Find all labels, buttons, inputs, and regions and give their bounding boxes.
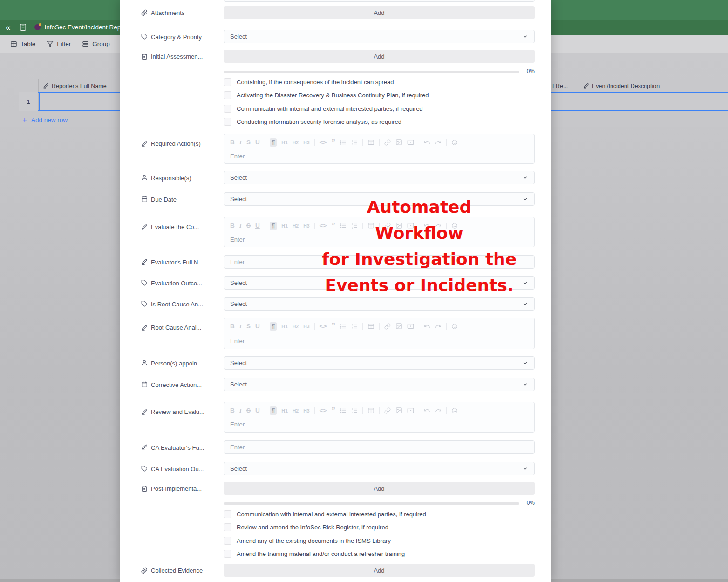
heading2-button[interactable]: H2 — [293, 223, 299, 229]
bullet-list-button[interactable] — [340, 139, 347, 146]
italic-button[interactable]: I — [239, 407, 242, 414]
image-button[interactable] — [395, 407, 402, 414]
heading1-button[interactable]: H1 — [281, 223, 287, 229]
evaluator-name-input[interactable] — [224, 255, 535, 269]
bullet-list-button[interactable] — [340, 223, 347, 229]
code-button[interactable]: <> — [320, 139, 327, 146]
emoji-button[interactable] — [451, 139, 458, 146]
heading2-button[interactable]: H2 — [293, 140, 299, 145]
column-header-reporter[interactable]: Reporter's Full Name — [43, 79, 107, 93]
bold-button[interactable]: B — [230, 407, 235, 414]
video-button[interactable] — [407, 139, 414, 146]
checkbox[interactable] — [224, 537, 231, 545]
evaluate-editor[interactable]: B I S U ¶ H1 H2 H3 <> ” Enter — [224, 217, 535, 247]
checkbox[interactable] — [224, 510, 231, 518]
image-button[interactable] — [395, 323, 402, 330]
emoji-button[interactable] — [451, 407, 458, 414]
strikethrough-button[interactable]: S — [246, 139, 251, 146]
redo-button[interactable] — [435, 407, 442, 414]
checkbox[interactable] — [224, 550, 231, 558]
table-button[interactable] — [367, 222, 374, 229]
ordered-list-button[interactable] — [351, 139, 358, 146]
ordered-list-button[interactable] — [351, 223, 358, 229]
bullet-list-button[interactable] — [340, 407, 347, 414]
undo-button[interactable] — [424, 139, 430, 146]
collected-evidence-add-button[interactable]: Add — [224, 564, 535, 577]
code-button[interactable]: <> — [320, 407, 327, 414]
checkbox[interactable] — [224, 105, 231, 113]
table-button[interactable] — [367, 323, 374, 330]
image-button[interactable] — [395, 222, 402, 229]
strikethrough-button[interactable]: S — [246, 223, 251, 229]
post-implementation-add-button[interactable]: Add — [224, 482, 535, 495]
underline-button[interactable]: U — [255, 323, 260, 330]
strikethrough-button[interactable]: S — [246, 407, 251, 414]
video-button[interactable] — [407, 222, 414, 229]
initial-assessment-add-button[interactable]: Add — [224, 50, 535, 63]
code-button[interactable]: <> — [320, 323, 327, 330]
underline-button[interactable]: U — [255, 407, 260, 414]
attachments-add-button[interactable]: Add — [224, 6, 535, 19]
emoji-button[interactable] — [451, 223, 458, 229]
redo-button[interactable] — [435, 139, 442, 146]
underline-button[interactable]: U — [255, 223, 260, 229]
toolbar-group-button[interactable]: Group — [82, 41, 110, 47]
link-button[interactable] — [384, 323, 391, 330]
checkbox[interactable] — [224, 91, 231, 99]
redo-button[interactable] — [435, 223, 442, 229]
ca-evaluator-name-input[interactable] — [224, 440, 535, 454]
redo-button[interactable] — [435, 323, 442, 330]
checkbox[interactable] — [224, 118, 231, 126]
ca-evaluation-outcome-select[interactable]: Select — [224, 462, 535, 475]
paragraph-button[interactable]: ¶ — [270, 406, 277, 415]
corrective-action-select[interactable]: Select — [224, 378, 535, 391]
category-priority-select[interactable]: Select — [224, 30, 535, 43]
toolbar-filter-button[interactable]: Filter — [47, 41, 71, 47]
ordered-list-button[interactable] — [351, 323, 358, 330]
review-evaluation-editor[interactable]: B I S U ¶ H1 H2 H3 <> ” Enter — [224, 402, 535, 433]
paragraph-button[interactable]: ¶ — [270, 222, 277, 230]
bold-button[interactable]: B — [230, 323, 235, 330]
italic-button[interactable]: I — [239, 139, 242, 146]
blockquote-button[interactable]: ” — [331, 138, 335, 146]
heading1-button[interactable]: H1 — [281, 408, 287, 413]
ordered-list-button[interactable] — [351, 407, 358, 414]
emoji-button[interactable] — [451, 323, 458, 330]
heading3-button[interactable]: H3 — [303, 223, 309, 229]
blockquote-button[interactable]: ” — [331, 222, 335, 230]
strikethrough-button[interactable]: S — [246, 323, 251, 330]
persons-appointed-select[interactable]: Select — [224, 356, 535, 370]
heading3-button[interactable]: H3 — [303, 408, 309, 413]
heading2-button[interactable]: H2 — [293, 324, 299, 329]
add-new-row-button[interactable]: + Add new row — [22, 114, 68, 125]
undo-button[interactable] — [424, 407, 430, 414]
table-button[interactable] — [367, 407, 374, 414]
row-number[interactable]: 1 — [19, 92, 38, 111]
heading1-button[interactable]: H1 — [281, 140, 287, 145]
evaluation-outcome-select[interactable]: Select — [224, 276, 535, 290]
column-header-truncated[interactable]: f Re... — [552, 79, 568, 93]
bold-button[interactable]: B — [230, 139, 235, 146]
heading3-button[interactable]: H3 — [303, 324, 309, 329]
video-button[interactable] — [407, 407, 414, 414]
link-button[interactable] — [384, 139, 391, 146]
required-actions-editor[interactable]: B I S U ¶ H1 H2 H3 <> ” Enter — [224, 134, 535, 164]
cutoff-field[interactable] — [224, 0, 535, 2]
base-icon[interactable] — [19, 23, 27, 31]
checkbox[interactable] — [224, 523, 231, 531]
responsibles-select[interactable]: Select — [224, 171, 535, 184]
image-button[interactable] — [395, 139, 402, 146]
root-cause-editor[interactable]: B I S U ¶ H1 H2 H3 <> ” Enter — [224, 318, 535, 349]
heading1-button[interactable]: H1 — [281, 324, 287, 329]
blockquote-button[interactable]: ” — [331, 322, 335, 330]
blockquote-button[interactable]: ” — [331, 406, 335, 414]
undo-button[interactable] — [424, 323, 430, 330]
heading3-button[interactable]: H3 — [303, 140, 309, 145]
code-button[interactable]: <> — [320, 223, 327, 229]
paragraph-button[interactable]: ¶ — [270, 138, 277, 147]
video-button[interactable] — [407, 323, 414, 330]
link-button[interactable] — [384, 223, 391, 229]
checkbox[interactable] — [224, 78, 231, 86]
bullet-list-button[interactable] — [340, 323, 347, 330]
bold-button[interactable]: B — [230, 223, 235, 229]
